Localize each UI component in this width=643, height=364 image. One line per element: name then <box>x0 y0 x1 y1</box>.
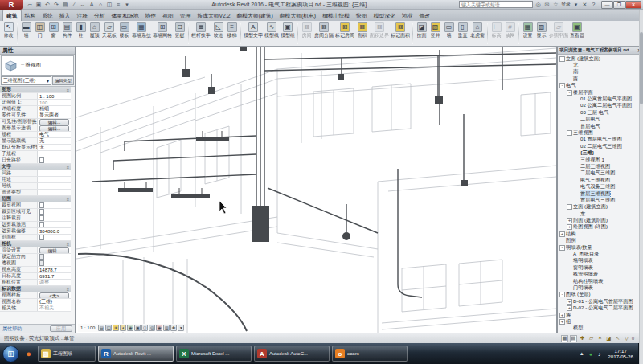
properties-header[interactable]: 属性 <box>0 47 75 55</box>
tree-expander-icon[interactable]: - <box>567 204 572 210</box>
ribbon-button[interactable]: ⊠ 房间 <box>300 22 313 46</box>
tree-expander-icon[interactable]: + <box>567 224 572 230</box>
ribbon-button[interactable]: ▦ 设置 <box>521 22 534 46</box>
ribbon-tab[interactable]: 翻模大师(机电) <box>276 10 319 21</box>
type-selector[interactable]: 三维视图 <box>1 55 74 76</box>
property-value[interactable]: 1 : 100 <box>37 93 71 99</box>
tree-expander-icon[interactable] <box>567 285 572 291</box>
ribbon-button[interactable]: ⊠ 标记房间 <box>334 22 355 46</box>
property-value[interactable] <box>37 254 71 260</box>
tree-expander-icon[interactable] <box>574 198 580 203</box>
status-toggle-icon[interactable]: ◪ <box>605 335 612 342</box>
taskbar-window-button[interactable]: o ocam <box>332 346 408 362</box>
tree-expander-icon[interactable] <box>574 170 580 176</box>
qat-icon[interactable]: ▱ <box>26 1 34 9</box>
tree-expander-icon[interactable]: - <box>567 90 572 96</box>
tree-item[interactable]: - 电气 <box>559 83 638 89</box>
tree-item[interactable]: - 立面 (建筑立面) <box>559 204 638 211</box>
property-value[interactable] <box>37 170 71 176</box>
status-toggle-icon[interactable]: ✚ <box>579 335 586 342</box>
view-control-icon[interactable]: ◉ <box>156 325 162 331</box>
minimize-button[interactable]: — <box>601 1 613 9</box>
property-value[interactable] <box>37 190 71 195</box>
tree-expander-icon[interactable] <box>574 117 580 122</box>
ribbon-button[interactable]: # 轴网 <box>503 22 517 46</box>
taskbar-window-button[interactable]: ▨ 工程图纸 <box>38 346 96 362</box>
tree-expander-icon[interactable] <box>567 63 572 68</box>
tree-expander-icon[interactable]: - <box>559 292 565 297</box>
element-selector-combo[interactable]: 三维视图 {三维} ▾ <box>1 76 51 85</box>
ribbon-button[interactable] <box>487 23 488 44</box>
properties-help-link[interactable]: 属性帮助 <box>2 325 22 333</box>
property-value[interactable]: 电气 <box>37 132 71 137</box>
tree-expander-icon[interactable]: - <box>559 56 565 62</box>
ribbon-button[interactable]: ▭ 楼板 <box>117 22 131 46</box>
ribbon-button[interactable] <box>188 23 189 44</box>
qat-icon[interactable]: ⌂ <box>96 1 104 9</box>
ribbon-tab[interactable]: 族库大师V2.2 <box>194 10 233 21</box>
ribbon-button[interactable]: ▱ 天花板 <box>101 22 117 46</box>
ribbon-button[interactable]: ⊟ 竖梃 <box>173 22 186 46</box>
property-value[interactable]: 编辑... <box>37 247 71 253</box>
property-value[interactable] <box>37 202 71 208</box>
start-button[interactable]: ⊞ <box>2 346 19 362</box>
status-toggle-icon[interactable]: ▤ <box>570 335 577 342</box>
tree-expander-icon[interactable] <box>574 157 580 163</box>
ribbon-tab[interactable]: 注释 <box>73 10 91 21</box>
exchange-apps-icon[interactable]: ✕ <box>581 1 588 9</box>
view-control-icon[interactable]: ▾ <box>178 325 184 331</box>
tree-expander-icon[interactable] <box>559 238 565 243</box>
ribbon-tab[interactable]: 模型深化 <box>371 10 399 21</box>
property-row[interactable]: 相关性 不相关 <box>0 305 71 312</box>
tree-expander-icon[interactable] <box>574 184 580 190</box>
tray-icon[interactable]: ▴ <box>578 350 585 357</box>
tree-expander-icon[interactable]: - <box>567 130 572 136</box>
property-value[interactable]: 6931.7 <box>37 273 71 279</box>
property-value[interactable] <box>37 183 71 189</box>
property-value[interactable] <box>37 260 71 266</box>
property-value[interactable] <box>37 177 71 182</box>
ribbon-button[interactable]: ⌂ 屋顶 <box>88 22 101 46</box>
ribbon-tab[interactable]: 结构 <box>22 10 39 21</box>
ribbon-button[interactable]: ▯ 垂直 <box>456 22 469 46</box>
search-input[interactable] <box>459 1 533 8</box>
property-value[interactable] <box>37 157 71 163</box>
favorites-icon[interactable]: ☆ <box>552 1 559 9</box>
property-value[interactable]: 14878.7 <box>37 267 71 272</box>
ribbon-button[interactable]: ▧ 显示 <box>534 22 548 46</box>
firefox-icon[interactable]: ● <box>22 347 35 361</box>
ribbon-tab[interactable]: 建筑 <box>2 10 22 21</box>
tree-item[interactable]: 南 <box>559 69 638 76</box>
tree-item[interactable]: + 组 <box>559 318 638 325</box>
tree-expander-icon[interactable] <box>567 258 572 264</box>
ribbon-tab[interactable]: 橄榄山快模 <box>319 10 353 21</box>
ribbon-button[interactable]: ▬ 墙 <box>19 22 33 46</box>
view-control-icon[interactable]: ◉ <box>127 325 133 331</box>
ribbon-button[interactable]: ▧ 竖井 <box>428 22 442 46</box>
view-control-icon[interactable]: ◻ <box>141 325 148 331</box>
property-value[interactable]: 无 <box>37 145 71 150</box>
tree-expander-icon[interactable] <box>567 325 572 331</box>
tree-expander-icon[interactable] <box>574 103 580 108</box>
tray-icon[interactable]: ♪ <box>596 350 603 357</box>
property-value[interactable]: 304800.0 <box>37 228 71 234</box>
status-toggle-icon[interactable]: ✶ <box>596 335 604 342</box>
qat-icon[interactable]: ↔ <box>79 1 87 9</box>
property-value[interactable] <box>37 235 71 240</box>
tree-expander-icon[interactable] <box>574 144 580 149</box>
view-control-icon[interactable]: ◐ <box>120 325 126 331</box>
status-toggle-icon[interactable]: ▦ <box>561 335 568 342</box>
ribbon-tab[interactable]: 管理 <box>177 10 195 21</box>
tree-item[interactable]: 02 二层电气三维图 <box>559 143 638 149</box>
ribbon-button[interactable]: A 模型文字 <box>243 22 264 46</box>
tree-expander-icon[interactable] <box>574 124 580 129</box>
property-value[interactable]: 编辑... <box>37 119 71 125</box>
ribbon-tab[interactable]: 视图 <box>159 10 177 21</box>
taskbar-window-button[interactable]: A Autodesk AutoC... <box>254 346 330 362</box>
tree-item[interactable]: A_图纸目录 <box>559 251 638 257</box>
tree-expander-icon[interactable] <box>574 191 580 197</box>
tree-item[interactable]: 北 <box>559 62 638 68</box>
view-control-icon[interactable]: ▣ <box>134 325 141 331</box>
ribbon-tab[interactable]: 修改 <box>416 10 433 21</box>
ribbon-button[interactable]: ⊠ 面积边界 <box>369 22 390 46</box>
